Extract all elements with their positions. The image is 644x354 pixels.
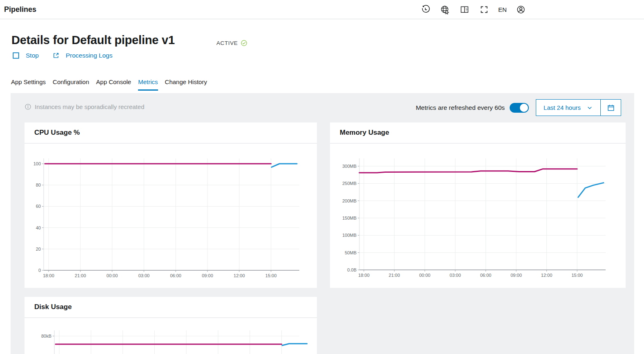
svg-text:50MB: 50MB bbox=[345, 250, 357, 255]
fullscreen-icon[interactable] bbox=[479, 4, 490, 15]
language-selector[interactable]: EN bbox=[498, 6, 507, 13]
disk-usage-chart: 18:0021:0000:0003:0006:0009:0012:0015:00… bbox=[25, 318, 317, 354]
processing-logs-label: Processing Logs bbox=[66, 52, 113, 59]
svg-text:09:00: 09:00 bbox=[202, 273, 213, 278]
svg-text:80: 80 bbox=[36, 183, 41, 187]
disk-card-header: Disk Usage bbox=[25, 297, 317, 318]
tab-change-history[interactable]: Change History bbox=[165, 77, 207, 91]
tab-metrics[interactable]: Metrics bbox=[138, 77, 158, 91]
stop-button[interactable]: Stop bbox=[12, 52, 39, 59]
memory-card-title: Memory Usage bbox=[340, 129, 389, 137]
tab-app-settings[interactable]: App Settings bbox=[11, 77, 46, 91]
svg-text:15:00: 15:00 bbox=[265, 273, 277, 278]
notice-text: Instances may be sporadically recreated bbox=[35, 103, 144, 110]
svg-text:18:00: 18:00 bbox=[43, 273, 54, 278]
svg-text:03:00: 03:00 bbox=[450, 273, 461, 278]
check-circle-icon bbox=[241, 40, 247, 47]
cpu-card-title: CPU Usage % bbox=[34, 129, 80, 137]
metrics-panel: Instances may be sporadically recreated … bbox=[11, 93, 634, 354]
svg-text:150MB: 150MB bbox=[342, 216, 357, 220]
svg-text:300MB: 300MB bbox=[342, 164, 357, 169]
svg-text:?: ? bbox=[465, 8, 467, 12]
external-link-icon bbox=[52, 52, 60, 59]
topbar-icon-group: ? EN bbox=[420, 0, 526, 19]
refresh-label: Metrics are refreshed every 60s bbox=[416, 104, 505, 111]
svg-text:0: 0 bbox=[38, 268, 41, 273]
calendar-button[interactable] bbox=[600, 100, 621, 116]
stop-square-icon bbox=[12, 52, 20, 59]
svg-text:80kB: 80kB bbox=[41, 334, 51, 338]
svg-text:12:00: 12:00 bbox=[234, 273, 245, 278]
svg-text:100MB: 100MB bbox=[342, 233, 357, 238]
user-account-icon[interactable] bbox=[515, 4, 526, 15]
tabs-row: App Settings Configuration App Console M… bbox=[11, 77, 207, 91]
stop-label: Stop bbox=[26, 52, 39, 59]
svg-text:06:00: 06:00 bbox=[170, 273, 181, 278]
processing-logs-link[interactable]: Processing Logs bbox=[52, 52, 113, 59]
info-icon bbox=[25, 103, 31, 110]
svg-text:06:00: 06:00 bbox=[480, 273, 492, 278]
refresh-toggle[interactable] bbox=[510, 103, 529, 113]
time-range-value: Last 24 hours bbox=[544, 104, 581, 111]
chevron-down-icon bbox=[586, 105, 593, 111]
svg-text:15:00: 15:00 bbox=[571, 273, 583, 278]
disk-usage-card: Disk Usage 18:0021:0000:0003:0006:0009:0… bbox=[25, 297, 317, 354]
instances-notice: Instances may be sporadically recreated bbox=[25, 103, 144, 110]
app-title: Pipelines bbox=[4, 0, 36, 19]
cpu-card-header: CPU Usage % bbox=[25, 122, 317, 144]
svg-text:21:00: 21:00 bbox=[389, 273, 400, 278]
actions-row: Stop Processing Logs bbox=[12, 52, 112, 59]
time-range-group: Last 24 hours bbox=[536, 99, 621, 116]
svg-text:100: 100 bbox=[33, 161, 41, 166]
time-range-dropdown[interactable]: Last 24 hours bbox=[536, 100, 600, 116]
memory-card-header: Memory Usage bbox=[330, 122, 626, 144]
toggle-knob bbox=[520, 104, 528, 112]
history-icon[interactable] bbox=[420, 4, 431, 15]
page-title: Details for Default pipeline v1 bbox=[11, 33, 175, 47]
calendar-icon bbox=[607, 104, 615, 112]
svg-text:60: 60 bbox=[36, 204, 41, 209]
tab-configuration[interactable]: Configuration bbox=[53, 77, 89, 91]
svg-text:12:00: 12:00 bbox=[541, 273, 553, 278]
cpu-usage-chart: 18:0021:0000:0003:0006:0009:0012:0015:00… bbox=[25, 144, 317, 278]
status-badge: ACTIVE bbox=[216, 40, 247, 47]
tab-app-console[interactable]: App Console bbox=[96, 77, 131, 91]
memory-usage-card: Memory Usage 18:0021:0000:0003:0006:0009… bbox=[330, 122, 626, 288]
svg-text:250MB: 250MB bbox=[342, 181, 357, 186]
svg-text:200MB: 200MB bbox=[342, 198, 357, 203]
svg-text:09:00: 09:00 bbox=[510, 273, 522, 278]
globe-language-icon[interactable] bbox=[439, 4, 450, 15]
svg-text:00:00: 00:00 bbox=[419, 273, 430, 278]
svg-text:21:00: 21:00 bbox=[75, 273, 86, 278]
svg-text:18:00: 18:00 bbox=[358, 273, 370, 278]
svg-text:40: 40 bbox=[36, 225, 41, 230]
svg-text:00:00: 00:00 bbox=[107, 273, 118, 278]
status-label: ACTIVE bbox=[216, 40, 238, 46]
panel-controls: Metrics are refreshed every 60s Last 24 … bbox=[416, 99, 621, 116]
memory-usage-chart: 18:0021:0000:0003:0006:0009:0012:0015:00… bbox=[330, 144, 626, 278]
cpu-usage-card: CPU Usage % 18:0021:0000:0003:0006:0009:… bbox=[25, 122, 317, 288]
disk-card-title: Disk Usage bbox=[34, 303, 72, 311]
help-book-icon[interactable]: ? bbox=[459, 4, 470, 15]
svg-text:20: 20 bbox=[36, 247, 41, 252]
top-bar: Pipelines ? bbox=[0, 0, 644, 19]
svg-text:03:00: 03:00 bbox=[138, 273, 150, 278]
svg-text:0.0B: 0.0B bbox=[347, 267, 357, 272]
